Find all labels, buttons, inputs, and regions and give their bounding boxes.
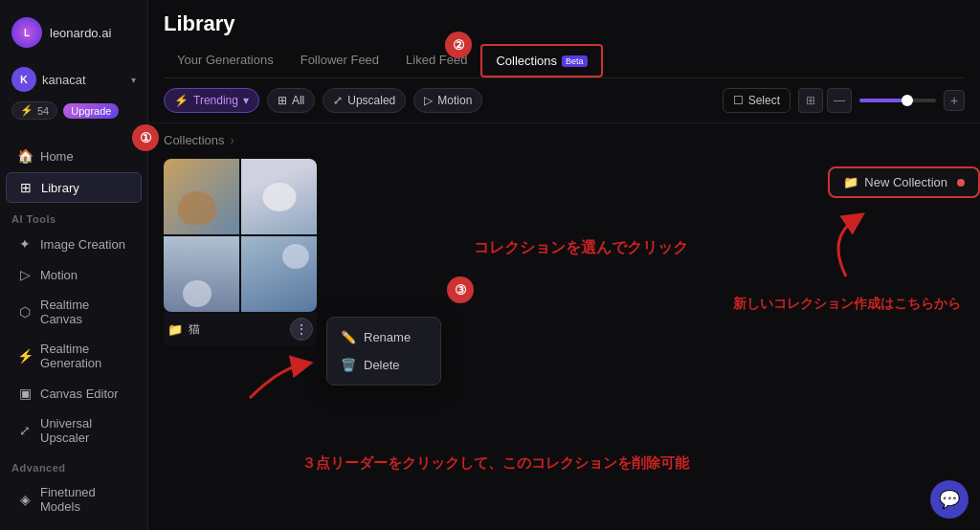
annotation-click-text: コレクションを選んでクリック [474, 238, 688, 258]
more-options-button[interactable]: ⋮ [290, 318, 313, 341]
tab-bar: Your Generations Follower Feed Liked Fee… [164, 44, 965, 78]
collection-image-3 [164, 236, 239, 312]
finetuned-icon: ◈ [17, 492, 33, 507]
sidebar: L leonardo.ai K kanacat ▾ ⚡ 54 Upgrade 🏠… [0, 0, 148, 530]
credits-section: ⚡ 54 Upgrade [0, 98, 147, 129]
page-title: Library [164, 11, 965, 36]
sidebar-item-canvas-editor[interactable]: ▣ Canvas Editor [6, 379, 142, 408]
collection-grid [164, 159, 317, 312]
select-button[interactable]: ☐ Select [723, 88, 791, 113]
sidebar-logo: L leonardo.ai [0, 10, 147, 61]
sidebar-item-motion[interactable]: ▷ Motion [6, 260, 142, 289]
home-icon: 🏠 [17, 148, 33, 164]
tab-follower-feed[interactable]: Follower Feed [287, 44, 392, 77]
arrow-to-new-collection [789, 210, 865, 289]
toolbar: ⚡ Trending ▾ ⊞ All ⤢ Upscaled ▷ Motion ☐… [148, 78, 980, 123]
sidebar-item-realtime-generation[interactable]: ⚡ Realtime Generation [6, 335, 142, 377]
annotation-circle-2: ② [445, 32, 472, 58]
motion-icon: ▷ [17, 267, 33, 282]
library-icon: ⊞ [18, 180, 33, 195]
filter-all[interactable]: ⊞ All [267, 88, 315, 113]
folder-icon: 📁 [167, 322, 183, 337]
upscaler-icon: ⤢ [17, 423, 33, 438]
user-section[interactable]: K kanacat ▾ [0, 61, 147, 98]
collection-image-4 [241, 236, 317, 312]
list-view-button[interactable]: — [827, 88, 852, 113]
annotation-new-text: 新しいコレクション作成はこちらから [733, 296, 961, 313]
advanced-label: Advanced [0, 453, 147, 477]
size-slider[interactable] [859, 99, 936, 102]
realtime-generation-icon: ⚡ [17, 348, 33, 364]
view-toggle: ⊞ — [798, 88, 852, 113]
avatar: K [11, 67, 36, 92]
collection-name: 📁 猫 [167, 321, 200, 338]
filter-trending[interactable]: ⚡ Trending ▾ [164, 88, 259, 113]
add-button[interactable]: + [944, 90, 965, 111]
canvas-editor-icon: ▣ [17, 386, 33, 401]
credits-badge: ⚡ 54 [11, 101, 57, 120]
arrow-to-menu [240, 350, 317, 410]
sidebar-item-library[interactable]: ⊞ Library [6, 172, 142, 203]
lightning-icon: ⚡ [20, 104, 33, 117]
credits-count: 54 [37, 105, 49, 117]
sidebar-item-home-label: Home [40, 149, 74, 164]
sidebar-item-realtime-canvas[interactable]: ⬡ Realtime Canvas [6, 291, 142, 333]
annotation-circle-3: ③ [447, 276, 474, 303]
sidebar-item-universal-upscaler[interactable]: ⤢ Universal Upscaler [6, 409, 142, 452]
tab-your-generations[interactable]: Your Generations [164, 44, 287, 77]
collection-footer: 📁 猫 ⋮ [164, 312, 317, 346]
rename-icon: ✏️ [341, 330, 356, 344]
sidebar-item-universal-upscaler-label: Universal Upscaler [40, 416, 130, 445]
collection-item[interactable]: 📁 猫 ⋮ ✏️ Rename 🗑️ Delete [164, 159, 317, 346]
breadcrumb-separator: › [231, 133, 234, 147]
sidebar-item-motion-label: Motion [40, 268, 78, 282]
sidebar-item-home[interactable]: 🏠 Home [6, 142, 142, 170]
context-menu: ✏️ Rename 🗑️ Delete [326, 317, 441, 386]
image-creation-icon: ✦ [17, 236, 33, 252]
folder-plus-icon: 📁 [843, 175, 858, 189]
delete-icon: 🗑️ [341, 358, 356, 372]
collections-beta-badge: Beta [562, 55, 588, 67]
sidebar-item-finetuned-models-label: Finetuned Models [40, 485, 130, 514]
breadcrumb-collections-link[interactable]: Collections [164, 133, 225, 147]
new-collection-dot [957, 179, 965, 187]
annotation-circle-1: ① [132, 124, 159, 151]
trending-icon: ⚡ [174, 94, 189, 107]
context-menu-rename[interactable]: ✏️ Rename [327, 323, 440, 351]
logo-text: leonardo.ai [50, 26, 111, 40]
collection-image-1 [164, 159, 239, 234]
filter-motion[interactable]: ▷ Motion [413, 88, 482, 113]
all-icon: ⊞ [278, 94, 287, 107]
username: kanacat [42, 73, 125, 87]
breadcrumb: Collections › [164, 133, 965, 147]
filter-upscaled[interactable]: ⤢ Upscaled [323, 88, 406, 113]
sidebar-item-canvas-editor-label: Canvas Editor [40, 386, 119, 401]
slider-track[interactable] [859, 99, 936, 102]
context-menu-delete[interactable]: 🗑️ Delete [327, 351, 440, 379]
sidebar-item-image-creation-label: Image Creation [40, 237, 125, 252]
collection-image-2 [241, 159, 317, 234]
main-content: Library Your Generations Follower Feed L… [148, 0, 980, 530]
sidebar-item-realtime-canvas-label: Realtime Canvas [40, 298, 130, 326]
slider-thumb[interactable] [902, 95, 913, 106]
header: Library Your Generations Follower Feed L… [148, 0, 980, 78]
select-icon: ☐ [733, 94, 744, 107]
new-collection-button[interactable]: 📁 New Collection [828, 166, 980, 198]
chat-bubble-button[interactable]: 💬 [930, 480, 969, 519]
sidebar-item-training-datasets[interactable]: ◫ Training & Datasets [6, 522, 142, 530]
logo-image: L [11, 17, 42, 48]
sidebar-item-image-creation[interactable]: ✦ Image Creation [6, 230, 142, 258]
upgrade-button[interactable]: Upgrade [63, 103, 119, 119]
chevron-icon: ▾ [243, 94, 249, 107]
sidebar-item-realtime-generation-label: Realtime Generation [40, 342, 130, 370]
upscaled-icon: ⤢ [333, 94, 343, 107]
annotation-delete-text: ３点リーダーをクリックして、このコレクションを削除可能 [301, 454, 689, 473]
grid-view-button[interactable]: ⊞ [798, 88, 823, 113]
chevron-down-icon: ▾ [131, 75, 136, 85]
sidebar-item-finetuned-models[interactable]: ◈ Finetuned Models [6, 478, 142, 520]
realtime-canvas-icon: ⬡ [17, 304, 33, 320]
content-area: Collections › ③ コレクションを選んでクリック 📁 New Col… [148, 123, 980, 530]
tab-collections[interactable]: Collections Beta [480, 44, 602, 77]
ai-tools-label: AI Tools [0, 204, 147, 229]
sidebar-item-library-label: Library [41, 181, 79, 195]
